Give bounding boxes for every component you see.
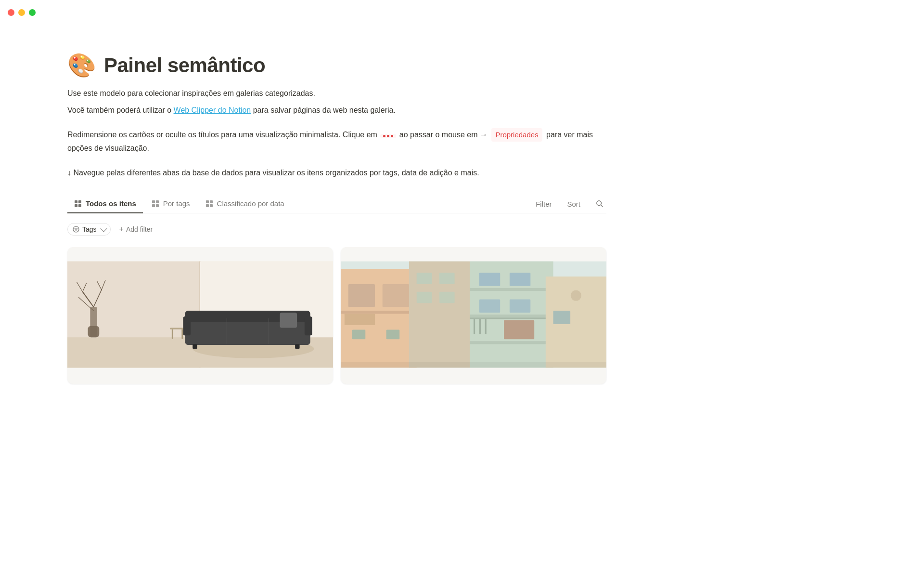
svg-rect-39 [280, 313, 297, 328]
svg-rect-5 [156, 200, 159, 203]
svg-rect-0 [75, 200, 77, 203]
svg-rect-6 [152, 204, 155, 207]
grid-icon [74, 200, 82, 208]
svg-rect-2 [75, 204, 77, 207]
svg-rect-36 [305, 316, 312, 335]
tab-data-label: Classificado por data [217, 199, 284, 208]
svg-rect-60 [510, 273, 530, 287]
svg-rect-49 [386, 330, 400, 340]
filter-icon [73, 226, 79, 233]
tabs-right: Filter Sort [533, 197, 606, 210]
tags-filter-button[interactable]: Tags [67, 223, 111, 236]
svg-point-69 [571, 290, 581, 301]
gallery-card-2[interactable] [341, 247, 606, 384]
maximize-button[interactable] [29, 9, 36, 16]
tabs-left: Todos os itens Por tags [67, 195, 291, 213]
description-line4: ↓ Navegue pelas diferentes abas da base … [67, 166, 606, 179]
plus-icon: + [119, 225, 124, 233]
svg-rect-1 [78, 200, 81, 203]
svg-rect-70 [553, 311, 570, 324]
description-line2: Você também poderá utilizar o Web Clippe… [67, 104, 606, 117]
tab-todos-os-itens[interactable]: Todos os itens [67, 195, 143, 213]
svg-rect-44 [348, 284, 375, 307]
svg-rect-65 [474, 319, 475, 335]
svg-rect-56 [470, 288, 553, 291]
svg-rect-66 [479, 319, 481, 335]
filter-bar: Tags + Add filter [67, 223, 606, 236]
svg-rect-41 [295, 344, 299, 349]
description3-prefix: Redimensione os cartões or oculte os tít… [67, 131, 377, 139]
page-title: Painel semântico [104, 54, 265, 77]
svg-rect-9 [210, 200, 213, 203]
add-filter-label: Add filter [126, 225, 153, 233]
grid-icon-tags [152, 200, 159, 208]
description-line3: Redimensione os cartões or oculte os tít… [67, 128, 606, 155]
tab-todos-label: Todos os itens [86, 199, 136, 208]
svg-rect-64 [470, 318, 553, 319]
description2-prefix: Você também poderá utilizar o [67, 106, 174, 114]
svg-rect-61 [479, 300, 500, 313]
svg-rect-62 [510, 300, 530, 313]
svg-rect-57 [470, 315, 553, 317]
dot1 [383, 135, 385, 137]
minimize-button[interactable] [18, 9, 25, 16]
living-room-image [67, 247, 333, 382]
svg-rect-67 [485, 319, 487, 335]
sort-button[interactable]: Sort [564, 198, 583, 210]
web-clipper-link[interactable]: Web Clipper do Notion [174, 106, 251, 114]
svg-rect-10 [206, 204, 209, 207]
tags-filter-label: Tags [82, 225, 97, 233]
gallery-grid [67, 247, 606, 384]
description-row4: ↓ Navegue pelas diferentes abas da base … [67, 166, 606, 179]
svg-rect-47 [345, 314, 375, 326]
svg-rect-11 [210, 204, 213, 207]
architecture-image [341, 247, 606, 382]
titlebar [0, 0, 924, 25]
svg-line-13 [601, 205, 603, 207]
description-line1: Use este modelo para colecionar inspiraç… [67, 87, 606, 100]
svg-rect-53 [417, 292, 432, 303]
svg-rect-31 [172, 329, 173, 339]
svg-rect-51 [417, 273, 432, 285]
svg-rect-8 [206, 200, 209, 203]
svg-rect-54 [439, 292, 455, 303]
properties-pill: Propriedades [491, 128, 542, 142]
description-row2: Redimensione os cartões or oculte os tít… [67, 128, 606, 155]
svg-rect-71 [341, 362, 606, 368]
description2-suffix: para salvar páginas da web nesta galeria… [251, 106, 396, 114]
page-header: 🎨 Painel semântico [67, 54, 606, 77]
svg-rect-58 [470, 341, 553, 344]
search-button[interactable] [593, 197, 606, 210]
filter-button[interactable]: Filter [533, 198, 554, 210]
svg-rect-22 [88, 326, 100, 338]
tabs-container: Todos os itens Por tags [67, 195, 606, 213]
svg-rect-35 [183, 316, 191, 335]
tab-por-tags[interactable]: Por tags [145, 195, 197, 213]
svg-rect-63 [504, 320, 534, 339]
svg-rect-52 [439, 273, 455, 285]
close-button[interactable] [8, 9, 14, 16]
gallery-card-1[interactable] [67, 247, 333, 384]
chevron-down-icon [100, 225, 107, 232]
svg-rect-7 [156, 204, 159, 207]
grid-icon-data [205, 200, 213, 208]
search-icon [596, 199, 603, 208]
page-emoji: 🎨 [67, 54, 96, 77]
description-block: Use este modelo para colecionar inspiraç… [67, 87, 606, 117]
svg-rect-48 [352, 330, 366, 340]
svg-rect-32 [181, 329, 183, 339]
svg-rect-46 [341, 311, 417, 314]
dots-indicator [380, 134, 396, 138]
main-content: 🎨 Painel semântico Use este modelo para … [0, 25, 674, 403]
svg-rect-40 [192, 344, 197, 349]
tab-tags-label: Por tags [163, 199, 190, 208]
svg-rect-59 [479, 273, 500, 287]
svg-rect-3 [78, 204, 81, 207]
description3-suffix: ao passar o mouse em → [399, 131, 488, 139]
add-filter-button[interactable]: + Add filter [116, 223, 157, 235]
tab-classificado-por-data[interactable]: Classificado por data [199, 195, 291, 213]
svg-rect-30 [170, 328, 185, 329]
dot3 [391, 135, 393, 137]
dot2 [387, 135, 389, 137]
svg-rect-4 [152, 200, 155, 203]
